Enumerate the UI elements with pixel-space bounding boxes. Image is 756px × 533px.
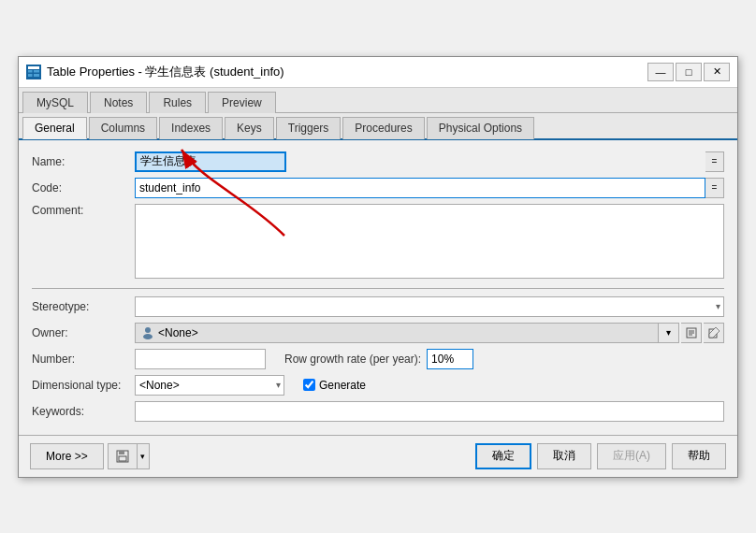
number-label: Number:	[32, 353, 135, 366]
main-window: Table Properties - 学生信息表 (student_info) …	[18, 56, 738, 478]
svg-rect-17	[119, 451, 124, 454]
owner-edit-button[interactable]	[704, 323, 724, 343]
svg-point-10	[143, 334, 153, 339]
save-icon	[116, 450, 129, 463]
tab-keys[interactable]: Keys	[225, 117, 274, 139]
number-input[interactable]	[135, 349, 266, 369]
tab-procedures[interactable]: Procedures	[342, 117, 424, 139]
save-dropdown-button[interactable]: ▾	[137, 443, 150, 469]
apply-button[interactable]: 应用(A)	[597, 443, 666, 469]
bottom-bar: More >> ▾ 确定 取消 应用(A) 帮助	[19, 435, 737, 477]
help-button[interactable]: 帮助	[672, 443, 726, 469]
title-bar-left: Table Properties - 学生信息表 (student_info)	[26, 64, 284, 80]
growth-rate-input[interactable]	[427, 349, 473, 369]
stereotype-select[interactable]	[135, 296, 724, 317]
edit-icon	[708, 327, 720, 339]
owner-browse-button[interactable]	[681, 323, 702, 343]
bottom-right-buttons: 确定 取消 应用(A) 帮助	[475, 443, 726, 469]
tab-notes[interactable]: Notes	[90, 92, 147, 113]
confirm-button[interactable]: 确定	[475, 443, 531, 469]
svg-rect-18	[119, 456, 126, 461]
dimensional-type-row: Dimensional type: <None> ▾ Generate	[32, 375, 724, 396]
name-button[interactable]: =	[705, 151, 724, 172]
owner-row: Owner: <None> ▾	[32, 323, 724, 343]
browse-icon	[686, 327, 697, 339]
svg-point-9	[145, 327, 151, 333]
cancel-button[interactable]: 取消	[537, 443, 591, 469]
comment-label: Comment:	[32, 204, 135, 217]
name-row: Name: =	[32, 151, 724, 172]
number-row: Number: Row growth rate (per year):	[32, 349, 724, 369]
generate-label-text: Generate	[319, 379, 366, 392]
code-input[interactable]	[135, 178, 705, 198]
keywords-input[interactable]	[135, 401, 724, 422]
dimensional-type-select[interactable]: <None>	[135, 375, 284, 396]
name-input-container	[135, 151, 705, 172]
owner-label: Owner:	[32, 326, 135, 339]
tab-triggers[interactable]: Triggers	[276, 117, 342, 139]
owner-value: <None>	[158, 326, 198, 339]
code-button[interactable]: =	[705, 178, 724, 198]
dimensional-type-select-wrapper: <None> ▾	[135, 375, 284, 396]
tab-columns[interactable]: Columns	[89, 117, 157, 139]
minimize-button[interactable]: —	[647, 63, 674, 81]
tab-physical-options[interactable]: Physical Options	[427, 117, 534, 139]
generate-checkbox[interactable]	[303, 379, 315, 391]
tab-row-1: MySQL Notes Rules Preview	[19, 88, 737, 113]
code-label: Code:	[32, 181, 135, 194]
bottom-left-buttons: More >> ▾	[30, 443, 150, 469]
window-title: Table Properties - 学生信息表 (student_info)	[47, 64, 284, 80]
comment-row: Comment:	[32, 204, 724, 279]
title-controls: — □ ✕	[647, 63, 730, 81]
dimensional-type-label: Dimensional type:	[32, 379, 135, 392]
tab-preview[interactable]: Preview	[208, 92, 276, 113]
tab-indexes[interactable]: Indexes	[159, 117, 223, 139]
maximize-button[interactable]: □	[676, 63, 702, 81]
code-row: Code: =	[32, 178, 724, 198]
keywords-row: Keywords:	[32, 401, 724, 422]
table-icon	[26, 65, 41, 79]
svg-rect-5	[34, 74, 39, 77]
owner-dropdown-button[interactable]: ▾	[659, 323, 679, 343]
title-bar: Table Properties - 学生信息表 (student_info) …	[19, 57, 737, 88]
name-input[interactable]	[135, 151, 286, 172]
save-button[interactable]	[108, 443, 137, 469]
generate-checkbox-label[interactable]: Generate	[303, 379, 366, 392]
stereotype-row: Stereotype: ▾	[32, 296, 724, 317]
tab-rules[interactable]: Rules	[149, 92, 206, 113]
tab-general[interactable]: General	[22, 117, 87, 139]
person-icon	[141, 326, 154, 339]
growth-rate-label: Row growth rate (per year):	[284, 353, 421, 366]
form-content: Name: = Code: =	[19, 140, 737, 435]
divider-1	[32, 288, 724, 289]
tab-row-2: General Columns Indexes Keys Triggers Pr…	[19, 113, 737, 140]
svg-rect-1	[28, 66, 39, 69]
tab-mysql[interactable]: MySQL	[22, 92, 88, 113]
name-label: Name:	[32, 155, 135, 168]
comment-input[interactable]	[135, 204, 724, 279]
svg-rect-4	[28, 74, 33, 77]
more-button[interactable]: More >>	[30, 443, 104, 469]
save-button-group: ▾	[108, 443, 150, 469]
close-button[interactable]: ✕	[704, 63, 730, 81]
owner-display: <None>	[135, 323, 659, 343]
stereotype-label: Stereotype:	[32, 300, 135, 313]
keywords-label: Keywords:	[32, 405, 135, 418]
stereotype-select-wrapper: ▾	[135, 296, 724, 317]
